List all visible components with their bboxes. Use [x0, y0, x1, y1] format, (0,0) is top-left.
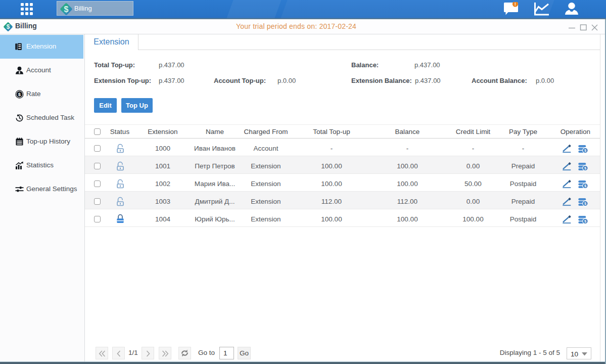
svg-text:$: $: [18, 92, 21, 97]
svg-text:!: !: [515, 2, 516, 7]
svg-text:$: $: [64, 5, 69, 14]
